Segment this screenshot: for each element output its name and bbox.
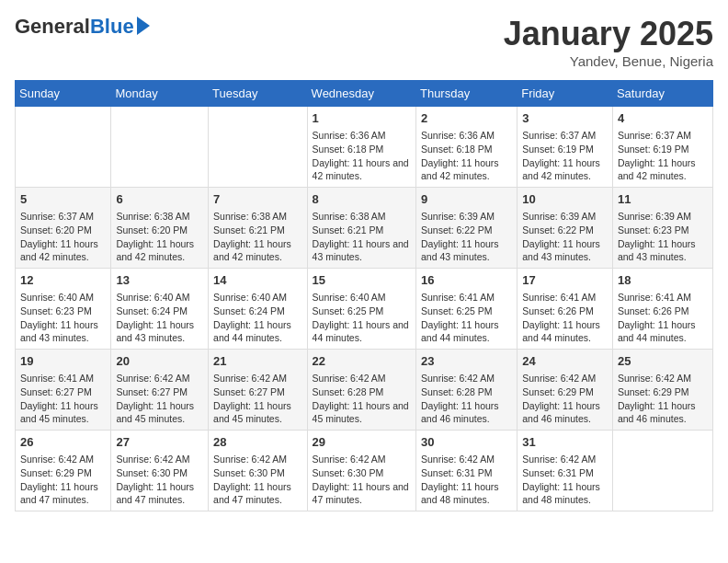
calendar-cell: 24Sunrise: 6:42 AM Sunset: 6:29 PM Dayli… — [518, 350, 613, 431]
day-number: 27 — [116, 434, 203, 451]
day-info: Sunrise: 6:42 AM Sunset: 6:31 PM Dayligh… — [421, 453, 512, 507]
calendar-cell: 23Sunrise: 6:42 AM Sunset: 6:28 PM Dayli… — [415, 350, 517, 431]
day-info: Sunrise: 6:41 AM Sunset: 6:26 PM Dayligh… — [618, 291, 708, 345]
day-header-tuesday: Tuesday — [209, 81, 307, 107]
day-number: 23 — [421, 353, 512, 370]
day-info: Sunrise: 6:42 AM Sunset: 6:30 PM Dayligh… — [313, 453, 411, 507]
day-number: 25 — [618, 353, 708, 370]
calendar-cell: 25Sunrise: 6:42 AM Sunset: 6:29 PM Dayli… — [612, 350, 712, 431]
day-info: Sunrise: 6:38 AM Sunset: 6:20 PM Dayligh… — [116, 210, 203, 264]
calendar-cell: 13Sunrise: 6:40 AM Sunset: 6:24 PM Dayli… — [111, 269, 209, 350]
day-number: 10 — [522, 191, 608, 208]
calendar-table: SundayMondayTuesdayWednesdayThursdayFrid… — [15, 80, 713, 511]
day-header-wednesday: Wednesday — [307, 81, 415, 107]
day-number: 26 — [20, 434, 106, 451]
day-number: 29 — [313, 434, 411, 451]
day-info: Sunrise: 6:42 AM Sunset: 6:28 PM Dayligh… — [421, 372, 512, 426]
calendar-cell: 27Sunrise: 6:42 AM Sunset: 6:30 PM Dayli… — [111, 431, 209, 511]
location-text: Yandev, Benue, Nigeria — [504, 53, 713, 69]
day-number: 7 — [213, 191, 301, 208]
calendar-cell: 29Sunrise: 6:42 AM Sunset: 6:30 PM Dayli… — [307, 431, 415, 511]
calendar-week-4: 19Sunrise: 6:41 AM Sunset: 6:27 PM Dayli… — [16, 350, 713, 431]
day-info: Sunrise: 6:36 AM Sunset: 6:18 PM Dayligh… — [313, 129, 411, 183]
calendar-week-1: 1Sunrise: 6:36 AM Sunset: 6:18 PM Daylig… — [16, 107, 713, 188]
day-info: Sunrise: 6:42 AM Sunset: 6:29 PM Dayligh… — [522, 372, 608, 426]
day-number: 16 — [421, 272, 512, 289]
calendar-cell: 3Sunrise: 6:37 AM Sunset: 6:19 PM Daylig… — [518, 107, 613, 188]
logo-blue-text: Blue — [90, 15, 134, 39]
calendar-cell: 10Sunrise: 6:39 AM Sunset: 6:22 PM Dayli… — [518, 188, 613, 269]
calendar-cell: 26Sunrise: 6:42 AM Sunset: 6:29 PM Dayli… — [16, 431, 111, 511]
day-number: 31 — [522, 434, 608, 451]
day-info: Sunrise: 6:39 AM Sunset: 6:22 PM Dayligh… — [421, 210, 512, 264]
calendar-cell: 21Sunrise: 6:42 AM Sunset: 6:27 PM Dayli… — [209, 350, 307, 431]
calendar-cell: 22Sunrise: 6:42 AM Sunset: 6:28 PM Dayli… — [307, 350, 415, 431]
day-header-thursday: Thursday — [415, 81, 517, 107]
calendar-cell: 2Sunrise: 6:36 AM Sunset: 6:18 PM Daylig… — [415, 107, 517, 188]
calendar-cell: 19Sunrise: 6:41 AM Sunset: 6:27 PM Dayli… — [16, 350, 111, 431]
day-number: 21 — [213, 353, 301, 370]
calendar-cell — [209, 107, 307, 188]
day-info: Sunrise: 6:39 AM Sunset: 6:22 PM Dayligh… — [522, 210, 608, 264]
calendar-cell: 18Sunrise: 6:41 AM Sunset: 6:26 PM Dayli… — [612, 269, 712, 350]
logo-general-text: General — [15, 15, 90, 39]
day-info: Sunrise: 6:39 AM Sunset: 6:23 PM Dayligh… — [618, 210, 708, 264]
day-number: 22 — [313, 353, 411, 370]
day-number: 2 — [421, 110, 512, 127]
day-info: Sunrise: 6:41 AM Sunset: 6:26 PM Dayligh… — [522, 291, 608, 345]
day-number: 6 — [116, 191, 203, 208]
day-number: 15 — [313, 272, 411, 289]
logo: General Blue — [15, 15, 150, 39]
logo-arrow-icon — [137, 17, 150, 35]
day-number: 4 — [618, 110, 708, 127]
day-info: Sunrise: 6:40 AM Sunset: 6:24 PM Dayligh… — [213, 291, 301, 345]
day-number: 13 — [116, 272, 203, 289]
calendar-week-5: 26Sunrise: 6:42 AM Sunset: 6:29 PM Dayli… — [16, 431, 713, 511]
calendar-cell: 4Sunrise: 6:37 AM Sunset: 6:19 PM Daylig… — [612, 107, 712, 188]
calendar-cell: 8Sunrise: 6:38 AM Sunset: 6:21 PM Daylig… — [307, 188, 415, 269]
day-header-saturday: Saturday — [612, 81, 712, 107]
day-header-monday: Monday — [111, 81, 209, 107]
day-info: Sunrise: 6:42 AM Sunset: 6:29 PM Dayligh… — [618, 372, 708, 426]
day-info: Sunrise: 6:37 AM Sunset: 6:19 PM Dayligh… — [522, 129, 608, 183]
day-number: 11 — [618, 191, 708, 208]
title-block: January 2025 Yandev, Benue, Nigeria — [504, 15, 713, 69]
day-number: 12 — [20, 272, 106, 289]
day-info: Sunrise: 6:42 AM Sunset: 6:27 PM Dayligh… — [213, 372, 301, 426]
day-info: Sunrise: 6:41 AM Sunset: 6:25 PM Dayligh… — [421, 291, 512, 345]
calendar-cell — [16, 107, 111, 188]
day-info: Sunrise: 6:42 AM Sunset: 6:27 PM Dayligh… — [116, 372, 203, 426]
month-title: January 2025 — [504, 15, 713, 53]
day-info: Sunrise: 6:37 AM Sunset: 6:20 PM Dayligh… — [20, 210, 106, 264]
day-info: Sunrise: 6:40 AM Sunset: 6:24 PM Dayligh… — [116, 291, 203, 345]
calendar-cell — [612, 431, 712, 511]
day-number: 5 — [20, 191, 106, 208]
day-info: Sunrise: 6:36 AM Sunset: 6:18 PM Dayligh… — [421, 129, 512, 183]
day-number: 9 — [421, 191, 512, 208]
day-info: Sunrise: 6:38 AM Sunset: 6:21 PM Dayligh… — [213, 210, 301, 264]
day-number: 20 — [116, 353, 203, 370]
day-number: 14 — [213, 272, 301, 289]
day-number: 18 — [618, 272, 708, 289]
day-info: Sunrise: 6:42 AM Sunset: 6:30 PM Dayligh… — [116, 453, 203, 507]
calendar-cell: 28Sunrise: 6:42 AM Sunset: 6:30 PM Dayli… — [209, 431, 307, 511]
day-header-sunday: Sunday — [16, 81, 111, 107]
day-info: Sunrise: 6:40 AM Sunset: 6:23 PM Dayligh… — [20, 291, 106, 345]
calendar-cell: 20Sunrise: 6:42 AM Sunset: 6:27 PM Dayli… — [111, 350, 209, 431]
day-info: Sunrise: 6:41 AM Sunset: 6:27 PM Dayligh… — [20, 372, 106, 426]
calendar-cell: 7Sunrise: 6:38 AM Sunset: 6:21 PM Daylig… — [209, 188, 307, 269]
day-number: 30 — [421, 434, 512, 451]
day-info: Sunrise: 6:42 AM Sunset: 6:30 PM Dayligh… — [213, 453, 301, 507]
day-info: Sunrise: 6:40 AM Sunset: 6:25 PM Dayligh… — [313, 291, 411, 345]
calendar-cell: 17Sunrise: 6:41 AM Sunset: 6:26 PM Dayli… — [518, 269, 613, 350]
day-header-friday: Friday — [518, 81, 613, 107]
calendar-cell: 11Sunrise: 6:39 AM Sunset: 6:23 PM Dayli… — [612, 188, 712, 269]
calendar-cell: 5Sunrise: 6:37 AM Sunset: 6:20 PM Daylig… — [16, 188, 111, 269]
day-info: Sunrise: 6:42 AM Sunset: 6:31 PM Dayligh… — [522, 453, 608, 507]
calendar-header: SundayMondayTuesdayWednesdayThursdayFrid… — [16, 81, 713, 107]
calendar-cell: 14Sunrise: 6:40 AM Sunset: 6:24 PM Dayli… — [209, 269, 307, 350]
calendar-cell: 31Sunrise: 6:42 AM Sunset: 6:31 PM Dayli… — [518, 431, 613, 511]
calendar-cell: 1Sunrise: 6:36 AM Sunset: 6:18 PM Daylig… — [307, 107, 415, 188]
calendar-cell: 30Sunrise: 6:42 AM Sunset: 6:31 PM Dayli… — [415, 431, 517, 511]
day-number: 19 — [20, 353, 106, 370]
